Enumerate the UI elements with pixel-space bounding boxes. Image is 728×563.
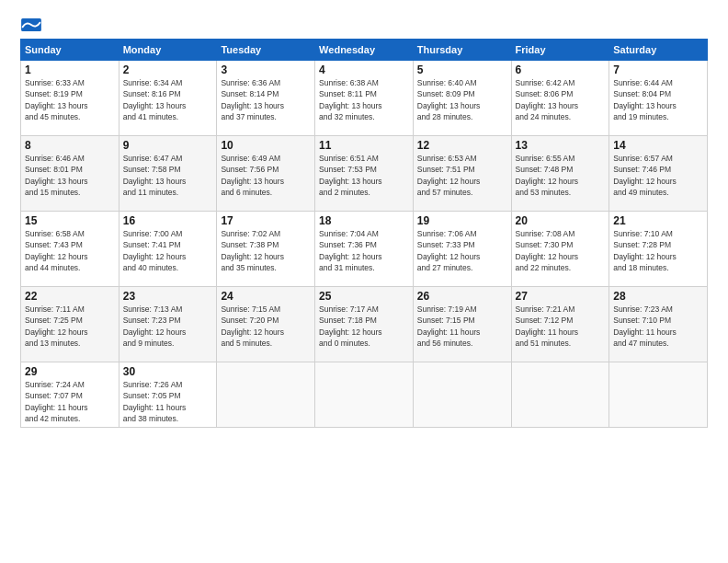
day-info: Sunrise: 7:06 AM Sunset: 7:33 PM Dayligh…: [417, 228, 507, 273]
calendar-cell: 8Sunrise: 6:46 AM Sunset: 8:01 PM Daylig…: [21, 136, 119, 212]
day-number: 12: [417, 139, 507, 152]
calendar-cell: 16Sunrise: 7:00 AM Sunset: 7:41 PM Dayli…: [119, 212, 217, 287]
calendar-cell: 17Sunrise: 7:02 AM Sunset: 7:38 PM Dayli…: [217, 212, 315, 287]
calendar-cell: [315, 362, 414, 428]
day-info: Sunrise: 6:42 AM Sunset: 8:06 PM Dayligh…: [516, 77, 606, 122]
day-number: 28: [613, 290, 703, 303]
calendar-cell: 29Sunrise: 7:24 AM Sunset: 7:07 PM Dayli…: [21, 362, 119, 428]
day-info: Sunrise: 7:04 AM Sunset: 7:36 PM Dayligh…: [319, 228, 409, 273]
day-info: Sunrise: 7:11 AM Sunset: 7:25 PM Dayligh…: [25, 304, 115, 349]
header: [20, 17, 708, 33]
day-info: Sunrise: 6:33 AM Sunset: 8:19 PM Dayligh…: [25, 77, 115, 122]
day-info: Sunrise: 7:00 AM Sunset: 7:41 PM Dayligh…: [123, 228, 213, 273]
day-number: 27: [516, 290, 606, 303]
calendar-cell: 19Sunrise: 7:06 AM Sunset: 7:33 PM Dayli…: [413, 212, 511, 287]
day-info: Sunrise: 6:44 AM Sunset: 8:04 PM Dayligh…: [613, 77, 703, 122]
calendar-cell: 10Sunrise: 6:49 AM Sunset: 7:56 PM Dayli…: [217, 136, 315, 212]
day-number: 19: [417, 214, 507, 227]
calendar-cell: 18Sunrise: 7:04 AM Sunset: 7:36 PM Dayli…: [315, 212, 414, 287]
day-number: 20: [516, 214, 606, 227]
calendar-cell: [217, 362, 315, 428]
calendar-cell: 13Sunrise: 6:55 AM Sunset: 7:48 PM Dayli…: [511, 136, 609, 212]
calendar-cell: [609, 362, 708, 428]
calendar-cell: 3Sunrise: 6:36 AM Sunset: 8:14 PM Daylig…: [217, 61, 315, 136]
day-info: Sunrise: 7:08 AM Sunset: 7:30 PM Dayligh…: [516, 228, 606, 273]
day-number: 24: [221, 290, 311, 303]
day-info: Sunrise: 7:02 AM Sunset: 7:38 PM Dayligh…: [221, 228, 311, 273]
day-number: 21: [613, 214, 703, 227]
day-number: 7: [613, 63, 703, 76]
logo-icon: [20, 18, 42, 31]
day-info: Sunrise: 6:49 AM Sunset: 7:56 PM Dayligh…: [221, 153, 311, 198]
calendar-cell: 25Sunrise: 7:17 AM Sunset: 7:18 PM Dayli…: [315, 287, 414, 362]
day-number: 9: [123, 139, 213, 152]
calendar-cell: 9Sunrise: 6:47 AM Sunset: 7:58 PM Daylig…: [119, 136, 217, 212]
calendar-cell: 27Sunrise: 7:21 AM Sunset: 7:12 PM Dayli…: [511, 287, 609, 362]
day-info: Sunrise: 6:34 AM Sunset: 8:16 PM Dayligh…: [123, 77, 213, 122]
calendar-cell: 23Sunrise: 7:13 AM Sunset: 7:23 PM Dayli…: [119, 287, 217, 362]
calendar-cell: 1Sunrise: 6:33 AM Sunset: 8:19 PM Daylig…: [21, 61, 119, 136]
day-info: Sunrise: 7:23 AM Sunset: 7:10 PM Dayligh…: [613, 304, 703, 349]
weekday-header-monday: Monday: [119, 40, 217, 61]
calendar-week-row: 15Sunrise: 6:58 AM Sunset: 7:43 PM Dayli…: [21, 212, 708, 287]
day-number: 18: [319, 214, 409, 227]
calendar-cell: 22Sunrise: 7:11 AM Sunset: 7:25 PM Dayli…: [21, 287, 119, 362]
calendar-cell: 6Sunrise: 6:42 AM Sunset: 8:06 PM Daylig…: [511, 61, 609, 136]
calendar-cell: [511, 362, 609, 428]
weekday-header-sunday: Sunday: [21, 40, 119, 61]
calendar-cell: 30Sunrise: 7:26 AM Sunset: 7:05 PM Dayli…: [119, 362, 217, 428]
day-number: 22: [25, 290, 115, 303]
day-info: Sunrise: 6:53 AM Sunset: 7:51 PM Dayligh…: [417, 153, 507, 198]
calendar-cell: 15Sunrise: 6:58 AM Sunset: 7:43 PM Dayli…: [21, 212, 119, 287]
day-number: 6: [516, 63, 606, 76]
day-info: Sunrise: 7:10 AM Sunset: 7:28 PM Dayligh…: [613, 228, 703, 273]
day-info: Sunrise: 7:19 AM Sunset: 7:15 PM Dayligh…: [417, 304, 507, 349]
calendar-week-row: 1Sunrise: 6:33 AM Sunset: 8:19 PM Daylig…: [21, 61, 708, 136]
day-info: Sunrise: 7:15 AM Sunset: 7:20 PM Dayligh…: [221, 304, 311, 349]
weekday-header-wednesday: Wednesday: [315, 40, 414, 61]
logo: [20, 17, 44, 33]
day-info: Sunrise: 6:58 AM Sunset: 7:43 PM Dayligh…: [25, 228, 115, 273]
day-info: Sunrise: 6:55 AM Sunset: 7:48 PM Dayligh…: [516, 153, 606, 198]
calendar-cell: 24Sunrise: 7:15 AM Sunset: 7:20 PM Dayli…: [217, 287, 315, 362]
day-info: Sunrise: 7:24 AM Sunset: 7:07 PM Dayligh…: [25, 379, 115, 424]
day-number: 29: [25, 365, 115, 378]
calendar-cell: 20Sunrise: 7:08 AM Sunset: 7:30 PM Dayli…: [511, 212, 609, 287]
day-info: Sunrise: 6:40 AM Sunset: 8:09 PM Dayligh…: [417, 77, 507, 122]
calendar-cell: 21Sunrise: 7:10 AM Sunset: 7:28 PM Dayli…: [609, 212, 708, 287]
day-number: 5: [417, 63, 507, 76]
calendar-cell: 28Sunrise: 7:23 AM Sunset: 7:10 PM Dayli…: [609, 287, 708, 362]
page: SundayMondayTuesdayWednesdayThursdayFrid…: [0, 0, 728, 563]
day-info: Sunrise: 6:47 AM Sunset: 7:58 PM Dayligh…: [123, 153, 213, 198]
day-number: 25: [319, 290, 409, 303]
day-info: Sunrise: 6:51 AM Sunset: 7:53 PM Dayligh…: [319, 153, 409, 198]
day-number: 1: [25, 63, 115, 76]
calendar-cell: 4Sunrise: 6:38 AM Sunset: 8:11 PM Daylig…: [315, 61, 414, 136]
day-info: Sunrise: 7:21 AM Sunset: 7:12 PM Dayligh…: [516, 304, 606, 349]
weekday-header-saturday: Saturday: [609, 40, 708, 61]
weekday-header-thursday: Thursday: [413, 40, 511, 61]
calendar-cell: 11Sunrise: 6:51 AM Sunset: 7:53 PM Dayli…: [315, 136, 414, 212]
day-info: Sunrise: 6:57 AM Sunset: 7:46 PM Dayligh…: [613, 153, 703, 198]
day-number: 10: [221, 139, 311, 152]
day-number: 26: [417, 290, 507, 303]
day-info: Sunrise: 7:26 AM Sunset: 7:05 PM Dayligh…: [123, 379, 213, 424]
day-number: 14: [613, 139, 703, 152]
calendar-cell: [413, 362, 511, 428]
day-number: 15: [25, 214, 115, 227]
day-info: Sunrise: 7:17 AM Sunset: 7:18 PM Dayligh…: [319, 304, 409, 349]
day-number: 30: [123, 365, 213, 378]
calendar-cell: 12Sunrise: 6:53 AM Sunset: 7:51 PM Dayli…: [413, 136, 511, 212]
calendar-cell: 26Sunrise: 7:19 AM Sunset: 7:15 PM Dayli…: [413, 287, 511, 362]
calendar-cell: 2Sunrise: 6:34 AM Sunset: 8:16 PM Daylig…: [119, 61, 217, 136]
day-number: 23: [123, 290, 213, 303]
weekday-header-friday: Friday: [511, 40, 609, 61]
calendar-week-row: 8Sunrise: 6:46 AM Sunset: 8:01 PM Daylig…: [21, 136, 708, 212]
weekday-header-tuesday: Tuesday: [217, 40, 315, 61]
day-number: 3: [221, 63, 311, 76]
day-info: Sunrise: 7:13 AM Sunset: 7:23 PM Dayligh…: [123, 304, 213, 349]
day-info: Sunrise: 6:46 AM Sunset: 8:01 PM Dayligh…: [25, 153, 115, 198]
calendar-cell: 14Sunrise: 6:57 AM Sunset: 7:46 PM Dayli…: [609, 136, 708, 212]
day-number: 17: [221, 214, 311, 227]
day-number: 2: [123, 63, 213, 76]
